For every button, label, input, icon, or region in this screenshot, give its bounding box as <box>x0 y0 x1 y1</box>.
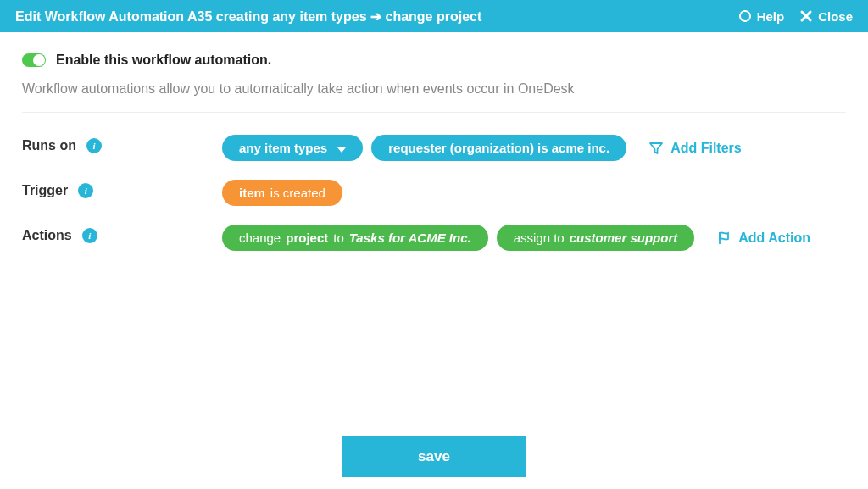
chevron-down-icon <box>337 141 346 155</box>
enable-toggle[interactable] <box>22 53 46 67</box>
action-verb: assign to <box>514 231 565 245</box>
dialog-content: Enable this workflow automation. Workflo… <box>0 32 868 251</box>
action-field: project <box>286 231 328 245</box>
info-icon[interactable]: i <box>78 183 93 198</box>
runs-on-row: Runs on i any item types requester (orga… <box>22 135 846 161</box>
runs-on-label: Runs on <box>22 138 76 153</box>
runs-on-label-col: Runs on i <box>22 135 222 153</box>
action-value: customer support <box>570 231 678 245</box>
info-icon[interactable]: i <box>86 138 102 153</box>
header-actions: Help Close <box>738 9 853 24</box>
runs-on-pills: any item types requester (organization) … <box>222 135 846 161</box>
item-type-label: any item types <box>239 141 327 155</box>
add-action-label: Add Action <box>738 231 810 246</box>
dialog-header: Edit Workflow Automation A35 creating an… <box>0 0 868 32</box>
flag-icon <box>716 231 732 246</box>
trigger-pill[interactable]: item is created <box>222 180 342 206</box>
trigger-label-col: Trigger i <box>22 180 222 198</box>
filter-pill[interactable]: requester (organization) is acme inc. <box>371 135 626 161</box>
info-icon[interactable]: i <box>82 228 97 243</box>
close-button[interactable]: Close <box>799 9 853 24</box>
enable-row: Enable this workflow automation. <box>22 53 846 68</box>
trigger-row: Trigger i item is created <box>22 180 846 206</box>
enable-label: Enable this workflow automation. <box>56 53 271 68</box>
close-icon <box>799 9 813 23</box>
help-label: Help <box>757 9 785 24</box>
add-action-button[interactable]: Add Action <box>716 231 810 246</box>
description-text: Workflow automations allow you to automa… <box>22 81 846 113</box>
actions-pills: change project to Tasks for ACME Inc. as… <box>222 225 846 251</box>
action-pill[interactable]: assign to customer support <box>497 225 695 251</box>
close-label: Close <box>818 9 853 24</box>
filter-icon <box>648 141 664 156</box>
action-value: Tasks for ACME Inc. <box>349 231 471 245</box>
trigger-label: Trigger <box>22 183 68 198</box>
filter-pill-label: requester (organization) is acme inc. <box>388 141 609 155</box>
actions-row: Actions i change project to Tasks for AC… <box>22 225 846 251</box>
item-type-dropdown[interactable]: any item types <box>222 135 363 161</box>
dialog-footer: save <box>0 425 868 489</box>
action-pill[interactable]: change project to Tasks for ACME Inc. <box>222 225 488 251</box>
trigger-verb: is created <box>270 186 326 200</box>
config-section: Runs on i any item types requester (orga… <box>22 135 846 251</box>
add-filters-button[interactable]: Add Filters <box>648 141 742 156</box>
actions-label-col: Actions i <box>22 225 222 243</box>
dialog-title: Edit Workflow Automation A35 creating an… <box>15 8 481 25</box>
trigger-pills: item is created <box>222 180 846 206</box>
help-button[interactable]: Help <box>738 9 785 24</box>
action-to: to <box>333 231 344 245</box>
action-verb: change <box>239 231 281 245</box>
save-button[interactable]: save <box>342 436 526 477</box>
actions-label: Actions <box>22 228 72 243</box>
help-icon <box>738 9 752 23</box>
trigger-subject: item <box>239 186 265 200</box>
add-filters-label: Add Filters <box>670 141 742 156</box>
